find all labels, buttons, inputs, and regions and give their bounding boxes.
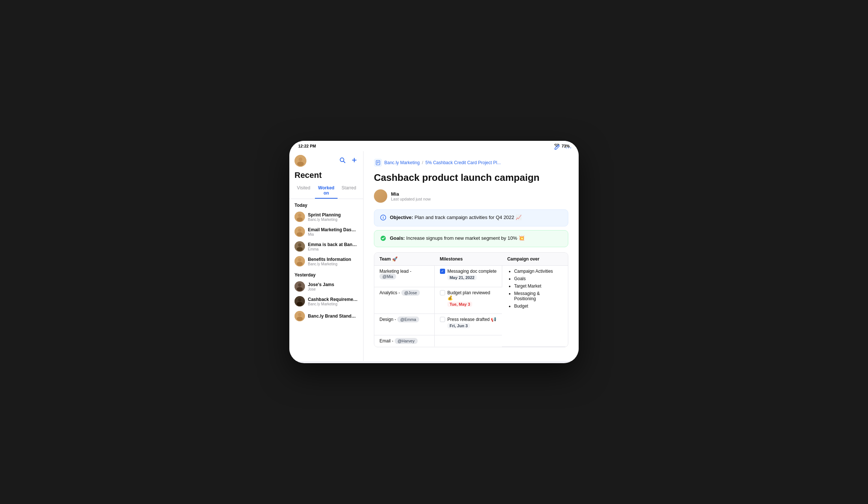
- item-text: Banc.ly Brand Standards: [308, 314, 358, 319]
- svg-point-27: [297, 317, 303, 321]
- milestone-cell: Press release drafted 📢 Fri, Jun 3: [434, 314, 502, 335]
- add-button[interactable]: [351, 156, 358, 165]
- date-badge-red: Tue, May 3: [447, 302, 472, 307]
- objective-box: Objective: Plan and track campaign activ…: [374, 209, 568, 226]
- breadcrumb-workspace[interactable]: Banc.ly Marketing: [384, 160, 420, 165]
- svg-point-11: [298, 229, 302, 232]
- svg-point-23: [298, 298, 302, 302]
- campaign-cell: Campaign Activities Goals Target Market …: [502, 266, 568, 347]
- svg-point-12: [297, 232, 303, 236]
- author-name: Mia: [391, 191, 431, 197]
- item-title: Banc.ly Brand Standards: [308, 314, 358, 319]
- list-item[interactable]: Email Marketing Dashboards Mia: [289, 224, 363, 239]
- item-title: Jose's Jams: [308, 282, 358, 287]
- author-row: Mia Last updated just now: [374, 189, 568, 203]
- item-title: Benefits Information: [308, 257, 358, 262]
- tab-visited[interactable]: Visited: [292, 183, 315, 199]
- main-content: Banc.ly Marketing / 5% Cashback Credit C…: [364, 151, 579, 361]
- list-item: Messaging & Positioning: [514, 291, 563, 301]
- avatar: [295, 226, 305, 237]
- edit-button[interactable]: [554, 144, 560, 152]
- milestone-content: Press release drafted 📢 Fri, Jun 3: [447, 317, 496, 328]
- check-circle-icon: [380, 235, 386, 242]
- milestone-item: ✓ Messaging doc complete May 21, 2022: [440, 269, 497, 280]
- team-label: Design -: [379, 317, 397, 322]
- tab-starred[interactable]: Starred: [338, 183, 360, 199]
- team-label: Email -: [379, 338, 395, 344]
- list-item[interactable]: Sprint Planning Banc.ly Marketing: [289, 209, 363, 224]
- more-button[interactable]: ···: [565, 144, 572, 152]
- objective-body: Plan and track campaign activities for Q…: [414, 215, 521, 220]
- today-label: Today: [289, 199, 363, 209]
- item-sub: Emma: [308, 247, 358, 251]
- avatar: [295, 281, 305, 292]
- team-cell: Analytics - @Jose: [374, 287, 434, 314]
- list-item: Target Market: [514, 284, 563, 289]
- col-campaign: Campaign over: [502, 253, 568, 266]
- milestone-text: Budget plan reviewed 💰: [447, 290, 497, 301]
- sidebar-top: [289, 151, 363, 169]
- milestone-content: Budget plan reviewed 💰 Tue, May 3: [447, 290, 497, 307]
- checkbox-checked[interactable]: ✓: [440, 269, 445, 274]
- sidebar-icons: [339, 156, 358, 165]
- list-item[interactable]: Banc.ly Brand Standards: [289, 309, 363, 324]
- svg-line-4: [343, 161, 345, 163]
- milestone-text: Press release drafted 📢: [447, 317, 496, 322]
- list-item: Budget: [514, 304, 563, 309]
- tab-worked-on[interactable]: Worked on: [315, 183, 338, 199]
- avatar: [295, 241, 305, 252]
- svg-point-26: [298, 313, 302, 316]
- table-row: Marketing lead - @Mia ✓ Messaging doc co…: [374, 266, 568, 287]
- checkbox-unchecked[interactable]: [440, 317, 445, 322]
- doc-icon: [374, 159, 382, 167]
- mention-tag[interactable]: @Mia: [379, 273, 396, 279]
- team-cell: Email - @Harvey: [374, 335, 434, 347]
- item-text: Jose's Jams Jose: [308, 282, 358, 291]
- sidebar: Recent Visited Worked on Starred Today S…: [289, 151, 364, 361]
- checkbox-unchecked[interactable]: [440, 290, 445, 295]
- header-actions: ···: [554, 144, 572, 152]
- table: Team 🚀 Milestones Campaign over Marketin…: [374, 253, 568, 347]
- list-item[interactable]: Cashback Requirements Banc.ly Marketing: [289, 294, 363, 309]
- mention-tag[interactable]: @Emma: [397, 316, 419, 322]
- avatar: [295, 311, 305, 321]
- item-text: Benefits Information Banc.ly Marketing: [308, 257, 358, 266]
- objective-text: Objective: Plan and track campaign activ…: [390, 214, 522, 221]
- item-title: Sprint Planning: [308, 212, 358, 218]
- mention-tag[interactable]: @Jose: [401, 290, 420, 296]
- breadcrumb-project[interactable]: 5% Cashback Credit Card Project Pl...: [425, 160, 501, 165]
- list-item[interactable]: Benefits Information Banc.ly Marketing: [289, 254, 363, 269]
- avatar: [295, 212, 305, 222]
- list-item: Campaign Activities: [514, 269, 563, 274]
- mention-tag[interactable]: @Harvey: [395, 338, 418, 344]
- user-avatar[interactable]: [295, 155, 306, 167]
- svg-point-14: [298, 243, 302, 247]
- team-cell: Design - @Emma: [374, 314, 434, 335]
- svg-point-2: [297, 162, 304, 166]
- col-milestones: Milestones: [434, 253, 502, 266]
- sidebar-recent-title: Recent: [289, 169, 363, 183]
- date-badge: Fri, Jun 3: [447, 323, 470, 328]
- svg-point-9: [297, 218, 303, 222]
- col-team: Team 🚀: [374, 253, 434, 266]
- info-icon: [380, 215, 386, 222]
- list-item[interactable]: Emma is back at Banc.ly Emma: [289, 239, 363, 254]
- device-frame: 12:22 PM 73% ···: [289, 141, 579, 363]
- search-button[interactable]: [339, 156, 346, 165]
- list-item[interactable]: Jose's Jams Jose: [289, 279, 363, 294]
- milestone-cell: ✓ Messaging doc complete May 21, 2022: [434, 266, 502, 287]
- svg-point-17: [298, 258, 302, 262]
- milestone-content: Messaging doc complete May 21, 2022: [447, 269, 497, 280]
- item-sub: Banc.ly Marketing: [308, 218, 358, 222]
- author-info: Mia Last updated just now: [391, 191, 431, 201]
- last-updated: Last updated just now: [391, 197, 431, 201]
- goals-body: Increase signups from new market segment…: [406, 235, 525, 241]
- milestone-cell: Budget plan reviewed 💰 Tue, May 3: [434, 287, 502, 314]
- status-bar: 12:22 PM 73%: [289, 141, 579, 151]
- svg-point-21: [297, 287, 303, 291]
- item-text: Cashback Requirements Banc.ly Marketing: [308, 297, 358, 306]
- item-text: Email Marketing Dashboards Mia: [308, 227, 358, 236]
- team-cell: Marketing lead - @Mia: [374, 266, 434, 287]
- item-sub: Jose: [308, 287, 358, 291]
- item-title: Cashback Requirements: [308, 297, 358, 302]
